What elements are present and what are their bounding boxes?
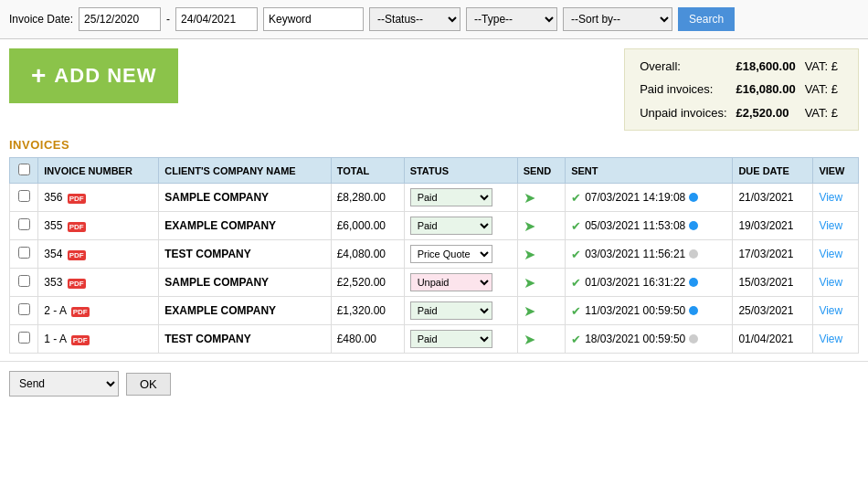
dot-blue — [689, 278, 698, 287]
invoice-number-cell: 1 - A PDF — [38, 325, 159, 354]
main-content: + ADD NEW Overall: £18,600.00 VAT: £ Pai… — [0, 39, 868, 354]
date-separator: - — [166, 13, 170, 26]
th-due-date: DUE DATE — [733, 158, 813, 184]
due-date-cell: 15/03/2021 — [733, 269, 813, 297]
invoice-number-cell: 2 - A PDF — [38, 297, 159, 325]
company-name-cell: SAMPLE COMPANY — [159, 184, 331, 212]
th-sent: SENT — [566, 158, 733, 184]
table-row: 2 - A PDFEXAMPLE COMPANY£1,320.00PaidUnp… — [10, 297, 859, 325]
pdf-icon[interactable]: PDF — [68, 250, 86, 260]
sent-cell: ✔ 07/03/2021 14:19:08 — [566, 184, 733, 212]
total-cell: £6,000.00 — [331, 212, 404, 240]
sent-cell: ✔ 18/03/2021 00:59:50 — [566, 325, 733, 354]
row-checkbox[interactable] — [18, 218, 30, 230]
sent-cell: ✔ 11/03/2021 00:59:50 — [566, 297, 733, 325]
send-cell: ➤ — [517, 325, 565, 354]
th-status: STATUS — [404, 158, 517, 184]
table-row: 355 PDFEXAMPLE COMPANY£6,000.00PaidUnpai… — [10, 212, 859, 240]
send-email-icon[interactable]: ➤ — [524, 275, 535, 291]
keyword-input[interactable] — [263, 7, 364, 31]
total-cell: £1,320.00 — [331, 297, 404, 325]
dot-white — [689, 334, 698, 344]
invoice-number-cell: 354 PDF — [38, 240, 159, 269]
sent-cell: ✔ 05/03/2021 11:53:08 — [566, 212, 733, 240]
add-new-label: ADD NEW — [54, 64, 156, 88]
dot-blue — [689, 306, 698, 315]
view-link[interactable]: View — [819, 304, 842, 317]
view-link[interactable]: View — [819, 191, 842, 204]
status-cell: PaidUnpaidPrice Quote — [404, 325, 517, 354]
due-date-cell: 25/03/2021 — [733, 297, 813, 325]
send-email-icon[interactable]: ➤ — [524, 190, 535, 206]
view-link[interactable]: View — [819, 276, 842, 289]
status-dropdown[interactable]: PaidUnpaidPrice Quote — [410, 188, 492, 206]
summary-box: Overall: £18,600.00 VAT: £ Paid invoices… — [624, 48, 859, 131]
th-company-name: CLIENT'S COMPANY NAME — [159, 158, 331, 184]
invoice-number-cell: 355 PDF — [38, 212, 159, 240]
due-date-cell: 01/04/2021 — [733, 325, 813, 354]
sent-timestamp: 11/03/2021 00:59:50 — [585, 304, 685, 317]
company-name-cell: SAMPLE COMPANY — [159, 269, 331, 297]
date-to-input[interactable] — [175, 7, 258, 31]
company-name-cell: EXAMPLE COMPANY — [159, 297, 331, 325]
status-cell: PaidUnpaidPrice Quote — [404, 240, 517, 269]
bulk-action-select[interactable]: Send Delete Mark Paid — [9, 371, 119, 397]
th-total: TOTAL — [331, 158, 404, 184]
status-dropdown[interactable]: PaidUnpaidPrice Quote — [410, 273, 492, 291]
paid-vat: VAT: £ — [803, 78, 845, 100]
th-checkbox — [10, 158, 38, 184]
row-checkbox[interactable] — [18, 247, 30, 259]
view-cell: View — [813, 212, 859, 240]
sent-timestamp: 03/03/2021 11:56:21 — [585, 248, 685, 260]
status-select[interactable]: --Status-- Paid Unpaid Price Quote — [369, 7, 460, 31]
send-email-icon[interactable]: ➤ — [524, 247, 535, 262]
pdf-icon[interactable]: PDF — [71, 335, 90, 345]
select-all-checkbox[interactable] — [18, 164, 30, 175]
th-view: VIEW — [813, 158, 859, 184]
row-checkbox[interactable] — [18, 303, 30, 315]
send-cell: ➤ — [517, 269, 565, 297]
check-icon: ✔ — [571, 333, 581, 346]
view-link[interactable]: View — [819, 248, 842, 260]
pdf-icon[interactable]: PDF — [68, 194, 86, 204]
sent-cell: ✔ 03/03/2021 11:56:21 — [566, 240, 733, 269]
date-from-input[interactable] — [79, 7, 161, 31]
type-select[interactable]: --Type-- Invoice Quote — [466, 7, 557, 31]
status-dropdown[interactable]: PaidUnpaidPrice Quote — [410, 217, 492, 235]
view-link[interactable]: View — [819, 333, 842, 345]
pdf-icon[interactable]: PDF — [71, 307, 90, 317]
unpaid-amount: £2,520.00 — [735, 101, 803, 124]
view-cell: View — [813, 325, 859, 354]
add-new-button[interactable]: + ADD NEW — [9, 48, 178, 103]
status-dropdown[interactable]: PaidUnpaidPrice Quote — [410, 245, 492, 263]
sort-select[interactable]: --Sort by-- Date ASC Date DESC Amount AS… — [563, 7, 672, 31]
th-invoice-number: INVOICE NUMBER — [38, 158, 159, 184]
row-checkbox[interactable] — [18, 275, 30, 287]
send-email-icon[interactable]: ➤ — [524, 332, 535, 347]
send-email-icon[interactable]: ➤ — [524, 303, 535, 319]
pdf-icon[interactable]: PDF — [68, 222, 86, 232]
sent-timestamp: 05/03/2021 11:53:08 — [585, 219, 685, 232]
view-cell: View — [813, 240, 859, 269]
ok-button[interactable]: OK — [126, 373, 171, 396]
status-cell: PaidUnpaidPrice Quote — [404, 212, 517, 240]
top-row: + ADD NEW Overall: £18,600.00 VAT: £ Pai… — [9, 48, 859, 131]
unpaid-vat: VAT: £ — [803, 101, 845, 124]
status-dropdown[interactable]: PaidUnpaidPrice Quote — [410, 301, 492, 320]
status-dropdown[interactable]: PaidUnpaidPrice Quote — [410, 330, 492, 348]
paid-amount: £16,080.00 — [735, 78, 803, 100]
send-email-icon[interactable]: ➤ — [524, 218, 535, 234]
overall-label: Overall: — [638, 55, 734, 78]
send-cell: ➤ — [517, 240, 565, 269]
due-date-cell: 17/03/2021 — [733, 240, 813, 269]
company-name-cell: EXAMPLE COMPANY — [159, 212, 331, 240]
view-link[interactable]: View — [819, 219, 842, 232]
row-checkbox[interactable] — [18, 190, 30, 202]
check-icon: ✔ — [571, 219, 581, 233]
view-cell: View — [813, 269, 859, 297]
search-button[interactable]: Search — [678, 7, 735, 31]
pdf-icon[interactable]: PDF — [68, 279, 86, 289]
invoice-number-cell: 353 PDF — [38, 269, 159, 297]
row-checkbox[interactable] — [18, 332, 30, 344]
status-cell: PaidUnpaidPrice Quote — [404, 297, 517, 325]
